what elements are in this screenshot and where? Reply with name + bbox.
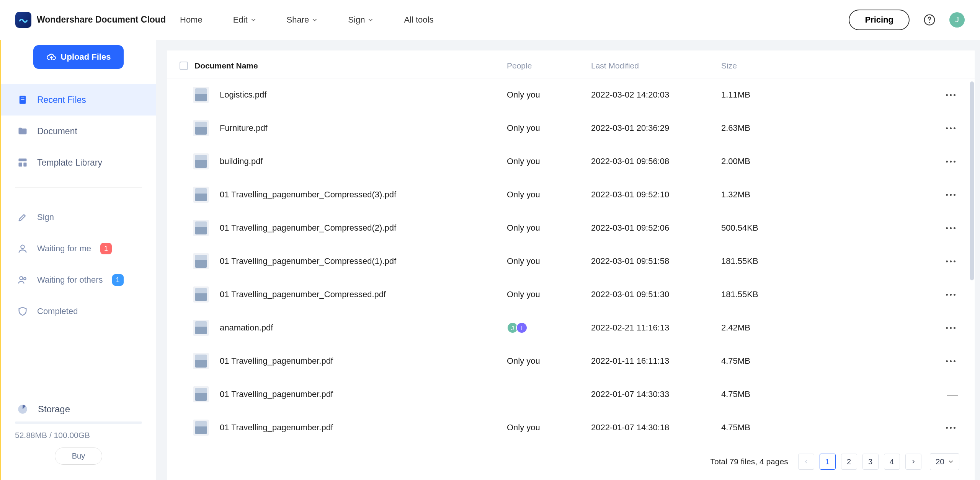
sidebar-item-completed[interactable]: Completed	[1, 296, 156, 327]
sidebar: Upload Files Recent Files Document Templ…	[1, 40, 156, 480]
file-actions	[805, 425, 959, 431]
sidebar-item-template[interactable]: Template Library	[1, 147, 156, 178]
more-actions-icon[interactable]	[944, 325, 958, 331]
file-modified: 2022-01-07 14:30:33	[591, 389, 721, 399]
file-modified: 2022-03-01 09:52:06	[591, 223, 721, 233]
badge-waiting-me: 1	[100, 243, 112, 254]
file-size: 4.75MB	[721, 423, 805, 433]
sidebar-item-recent[interactable]: Recent Files	[1, 84, 156, 116]
page-prev[interactable]	[798, 454, 814, 470]
file-actions	[805, 192, 959, 198]
folder-icon	[17, 126, 28, 137]
pie-icon	[17, 404, 28, 415]
file-actions: —	[805, 388, 959, 400]
nav-edit[interactable]: Edit	[233, 15, 256, 25]
help-icon[interactable]	[923, 14, 936, 26]
file-actions	[805, 125, 959, 132]
file-row[interactable]: 01 Travelling_pagenumber_Compressed(1).p…	[167, 245, 975, 278]
svg-point-9	[20, 277, 23, 280]
file-people: Only you	[507, 190, 591, 200]
file-row[interactable]: 01 Travelling_pagenumber.pdf2022-01-07 1…	[167, 378, 975, 411]
file-people: JI	[507, 322, 591, 334]
svg-rect-7	[23, 163, 26, 167]
file-modified: 2022-01-07 14:30:18	[591, 423, 721, 433]
file-size: 4.75MB	[721, 356, 805, 366]
file-row[interactable]: Furniture.pdfOnly you2022-03-01 20:36:29…	[167, 112, 975, 145]
file-name: building.pdf	[220, 156, 507, 166]
more-actions-icon[interactable]	[944, 291, 958, 298]
sidebar-item-sign[interactable]: Sign	[1, 202, 156, 233]
file-row[interactable]: 01 Travelling_pagenumber.pdfOnly you2022…	[167, 411, 975, 444]
file-row[interactable]: 01 Travelling_pagenumber_Compressed(2).p…	[167, 212, 975, 245]
page-number[interactable]: 2	[841, 454, 857, 470]
page-number[interactable]: 4	[884, 454, 900, 470]
brand-name: Wondershare Document Cloud	[37, 15, 166, 25]
file-actions	[805, 325, 959, 331]
nav-links: Home Edit Share Sign All tools	[180, 15, 433, 25]
more-actions-icon[interactable]	[944, 125, 958, 132]
file-size: 181.55KB	[721, 290, 805, 299]
file-thumbnail	[193, 253, 209, 269]
file-thumbnail	[193, 286, 209, 303]
header-name[interactable]: Document Name	[193, 61, 507, 70]
sidebar-item-waiting-others[interactable]: Waiting for others 1	[1, 264, 156, 296]
more-actions-icon[interactable]	[944, 158, 958, 165]
file-actions	[805, 258, 959, 265]
more-actions-icon[interactable]	[944, 258, 958, 265]
file-modified: 2022-03-01 09:52:10	[591, 190, 721, 200]
chevron-down-icon	[312, 17, 317, 23]
file-modified: 2022-02-21 11:16:13	[591, 323, 721, 333]
select-all-checkbox[interactable]	[180, 62, 188, 70]
file-modified: 2022-03-01 09:56:08	[591, 156, 721, 166]
file-thumbnail	[193, 120, 209, 136]
file-thumbnail	[193, 153, 209, 169]
file-name: 01 Travelling_pagenumber_Compressed(2).p…	[220, 223, 507, 233]
nav-all-tools[interactable]: All tools	[404, 15, 433, 25]
file-thumbnail	[193, 353, 209, 369]
file-actions	[805, 225, 959, 231]
user-avatar[interactable]: J	[949, 12, 965, 28]
file-name: 01 Travelling_pagenumber_Compressed.pdf	[220, 290, 507, 299]
nav-sign[interactable]: Sign	[348, 15, 373, 25]
file-size: 1.11MB	[721, 90, 805, 100]
no-actions-dash: —	[947, 388, 958, 400]
upload-button[interactable]: Upload Files	[33, 45, 124, 69]
scrollbar[interactable]	[970, 81, 974, 280]
header-people[interactable]: People	[507, 61, 591, 70]
user-icon	[17, 243, 28, 254]
nav-share[interactable]: Share	[287, 15, 318, 25]
header-modified[interactable]: Last Modified	[591, 61, 721, 70]
brand: Wondershare Document Cloud	[15, 12, 168, 28]
file-thumbnail	[193, 320, 209, 336]
file-people: Only you	[507, 90, 591, 100]
svg-point-8	[21, 245, 24, 249]
pricing-button[interactable]: Pricing	[849, 10, 910, 30]
table-header: Document Name People Last Modified Size	[167, 50, 975, 78]
more-actions-icon[interactable]	[944, 225, 958, 231]
page-number[interactable]: 1	[820, 454, 836, 470]
more-actions-icon[interactable]	[944, 92, 958, 98]
more-actions-icon[interactable]	[944, 358, 958, 364]
file-size: 2.42MB	[721, 323, 805, 333]
page-next[interactable]	[905, 454, 921, 470]
file-modified: 2022-03-01 09:51:58	[591, 256, 721, 266]
file-row[interactable]: 01 Travelling_pagenumber_Compressed(3).p…	[167, 178, 975, 212]
buy-button[interactable]: Buy	[55, 447, 102, 465]
page-number[interactable]: 3	[862, 454, 879, 470]
file-row[interactable]: 01 Travelling_pagenumber.pdfOnly you2022…	[167, 345, 975, 378]
file-row[interactable]: anamation.pdfJI2022-02-21 11:16:132.42MB	[167, 311, 975, 345]
sidebar-item-waiting-me[interactable]: Waiting for me 1	[1, 233, 156, 264]
nav-home[interactable]: Home	[180, 15, 203, 25]
file-modified: 2022-03-01 09:51:30	[591, 290, 721, 299]
file-row[interactable]: building.pdfOnly you2022-03-01 09:56:082…	[167, 145, 975, 178]
more-actions-icon[interactable]	[944, 425, 958, 431]
file-row[interactable]: Logistics.pdfOnly you2022-03-02 14:20:03…	[167, 78, 975, 112]
file-name: 01 Travelling_pagenumber.pdf	[220, 389, 507, 399]
file-people: Only you	[507, 156, 591, 166]
file-people: Only you	[507, 423, 591, 433]
file-row[interactable]: 01 Travelling_pagenumber_Compressed.pdfO…	[167, 278, 975, 311]
sidebar-item-document[interactable]: Document	[1, 116, 156, 147]
header-size[interactable]: Size	[721, 61, 805, 70]
more-actions-icon[interactable]	[944, 192, 958, 198]
page-size-select[interactable]: 20	[930, 453, 959, 470]
